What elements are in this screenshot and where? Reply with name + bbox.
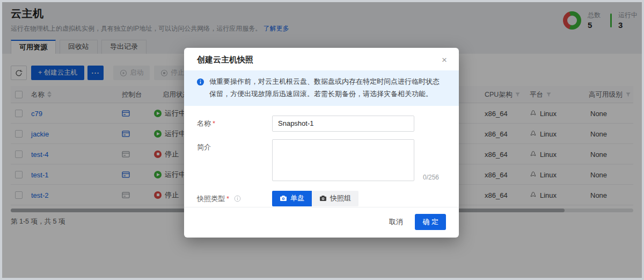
required-asterisk: * <box>226 195 229 203</box>
char-counter: 0/256 <box>423 174 439 181</box>
description-field-row: 简介 0/256 <box>197 139 446 183</box>
description-label: 简介 <box>197 139 272 183</box>
camera-group-icon <box>319 195 327 202</box>
modal-header: 创建云主机快照 × <box>184 48 459 70</box>
help-tooltip-icon[interactable] <box>234 195 241 202</box>
type-single-disk-button[interactable]: 单盘 <box>272 191 312 206</box>
camera-icon <box>280 195 287 202</box>
snapshot-type-row: 快照类型* 单盘 快照组 <box>197 191 446 206</box>
confirm-button[interactable]: 确 定 <box>415 214 446 230</box>
description-textarea[interactable] <box>272 139 414 181</box>
app-root: 云主机 运行在物理机上的虚拟机实例，具有独立的IP地址，可以访问公共网络，运行应… <box>2 2 642 278</box>
type-snapshot-group-button[interactable]: 快照组 <box>312 191 358 206</box>
info-icon <box>196 78 204 90</box>
close-icon[interactable]: × <box>440 53 449 67</box>
info-alert: 做重要操作前，对云主机根云盘、数据盘或内存在特定时间点进行临时状态保留，方便出现… <box>184 70 459 106</box>
create-snapshot-modal: 创建云主机快照 × 做重要操作前，对云主机根云盘、数据盘或内存在特定时间点进行临… <box>184 48 459 238</box>
snapshot-type-segmented-control: 单盘 快照组 <box>272 191 358 206</box>
name-label: 名称* <box>197 116 272 132</box>
modal-footer: 取消 确 定 <box>184 207 459 238</box>
modal-title: 创建云主机快照 <box>197 55 253 64</box>
name-field-row: 名称* <box>197 116 446 132</box>
info-alert-text: 做重要操作前，对云主机根云盘、数据盘或内存在特定时间点进行临时状态保留，方便出现… <box>209 77 440 98</box>
cancel-button[interactable]: 取消 <box>389 217 403 227</box>
snapshot-name-input[interactable] <box>272 116 414 132</box>
snapshot-type-label: 快照类型* <box>197 191 272 206</box>
modal-body: 名称* 简介 0/256 快照类型* <box>184 106 459 206</box>
window-frame: 云主机 运行在物理机上的虚拟机实例，具有独立的IP地址，可以访问公共网络，运行应… <box>0 0 644 280</box>
required-asterisk: * <box>213 119 215 127</box>
